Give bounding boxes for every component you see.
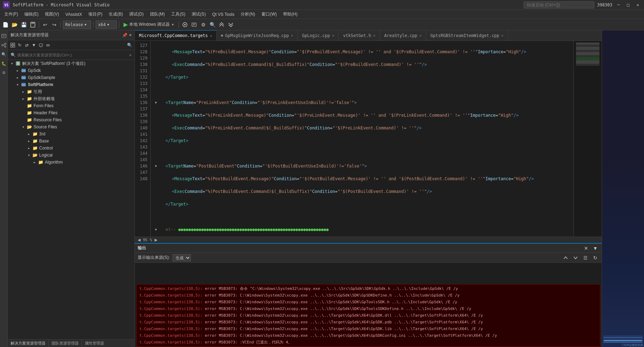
- menu-project[interactable]: 项目(P): [85, 10, 105, 18]
- search-clear[interactable]: ✕: [129, 53, 132, 57]
- quick-launch-input[interactable]: [524, 1, 594, 8]
- config-dropdown[interactable]: Release ▼: [63, 20, 91, 29]
- menu-window[interactable]: 窗口(W): [259, 10, 279, 18]
- tree-gpsdk[interactable]: ▶ C++ GpSdk: [8, 67, 134, 74]
- menu-team[interactable]: 团队(M): [147, 10, 168, 18]
- toolbar-btn6[interactable]: [227, 21, 235, 29]
- tree-algorithm[interactable]: ▶ 📁 Algorithm: [8, 159, 134, 166]
- activity-search[interactable]: 🔍: [0, 50, 7, 59]
- sidebar-close[interactable]: ✕: [129, 32, 132, 38]
- tab-gplogic[interactable]: GpLogic.cpp ✕: [298, 30, 339, 41]
- project-icon-sample: C++: [20, 75, 27, 80]
- output-empty-3: [135, 278, 602, 284]
- output-source-select[interactable]: 生成 调试 输出: [173, 254, 191, 261]
- maximize-btn[interactable]: □: [625, 2, 632, 7]
- folder-icon-res: 📁: [26, 117, 32, 122]
- tab-vtksetget[interactable]: vtkSetGet.h ✕: [339, 30, 380, 41]
- activity-git[interactable]: [0, 41, 7, 49]
- tree-base[interactable]: ▶ 📁 Base: [8, 138, 134, 145]
- code-editor[interactable]: 127 128 129 130 131 132 133 134 135 136 …: [135, 41, 573, 237]
- collapse-all[interactable]: [10, 42, 16, 48]
- tab-gptsrgb[interactable]: GptsRGBStreamItemWidget.cpp ✕: [426, 30, 508, 41]
- run-button[interactable]: ▶ 本地 Windows 调试器 ▼: [121, 20, 176, 29]
- filter-btn[interactable]: ▼: [31, 42, 37, 48]
- activity-explorer[interactable]: [0, 32, 7, 40]
- tab-team-explorer[interactable]: 团队资源管理器: [49, 340, 82, 347]
- code-content[interactable]: <Message Text="%(PreBuildEvent.Message)"…: [151, 41, 573, 237]
- pin-icon[interactable]: 📌: [122, 32, 128, 38]
- activity-extensions[interactable]: ⚙: [0, 68, 7, 77]
- platform-dropdown[interactable]: x64 ▼: [96, 20, 117, 29]
- activity-debug[interactable]: 🐛: [0, 59, 7, 68]
- tree-refs[interactable]: ▶ 📁 引用: [8, 88, 134, 95]
- toolbar-btn4[interactable]: 🔍: [209, 21, 216, 29]
- menu-file[interactable]: 文件(F): [1, 10, 21, 18]
- tab-targets[interactable]: Microsoft.CppCommon.targets ✕: [135, 30, 217, 41]
- titlebar-right: 398303 ─ □ ✕: [524, 1, 641, 8]
- tree-sourcefiles[interactable]: ▼ 📂 Source Files: [8, 123, 134, 130]
- tree-gpsdksample[interactable]: ▶ C++ GpSdkSample: [8, 74, 134, 81]
- tab-close-gptsrgb[interactable]: ✕: [501, 34, 504, 37]
- tree-resfiles[interactable]: ▶ 📁 Resource Files: [8, 116, 134, 123]
- settings-icon[interactable]: [45, 42, 51, 48]
- tab-close-gplogic[interactable]: ✕: [332, 34, 334, 37]
- menu-analyze[interactable]: 分析(N): [238, 10, 258, 18]
- tab-close-vtk[interactable]: ✕: [373, 34, 375, 37]
- output-btn-list[interactable]: [582, 254, 589, 261]
- tab-label-gplogic: GpLogic.cpp: [302, 33, 330, 38]
- sidebar-search-input[interactable]: [17, 53, 129, 57]
- search-sidebar[interactable]: 🔍: [127, 42, 132, 48]
- menu-build[interactable]: 生成(B): [106, 10, 126, 18]
- close-btn[interactable]: ✕: [634, 2, 641, 7]
- toolbar-open[interactable]: 📂: [11, 21, 18, 29]
- menu-debug[interactable]: 调试(D): [126, 10, 146, 18]
- pending-changes[interactable]: !: [38, 42, 44, 48]
- tab-close-icon-targets[interactable]: ✕: [210, 34, 212, 38]
- refresh-btn[interactable]: ↻: [17, 42, 23, 48]
- toolbar-redo[interactable]: ↪: [50, 21, 58, 29]
- tab-gpmsggige[interactable]: GpMsgGigeWriteJsonReq.cpp ✕: [217, 30, 298, 41]
- output-btn-refresh[interactable]: ↻: [592, 254, 599, 261]
- sync-btn[interactable]: ⇄: [24, 42, 30, 48]
- toolbar-btn5[interactable]: [218, 21, 225, 29]
- tree-headerfiles[interactable]: ▶ 📁 Header Files: [8, 109, 134, 116]
- tree-extdeps[interactable]: ▶ 📁 外部依赖项: [8, 95, 134, 102]
- zoom-decrease[interactable]: ◀: [138, 238, 140, 242]
- menu-tools[interactable]: 工具(S): [168, 10, 188, 18]
- menu-edit[interactable]: 编辑(E): [22, 10, 41, 18]
- folder-icon-src: 📂: [26, 124, 32, 129]
- tab-close-icon-gpmsg[interactable]: ✕: [291, 34, 293, 37]
- tree-control[interactable]: ▶ 📁 Control: [8, 145, 134, 152]
- output-close[interactable]: ✕: [583, 245, 590, 252]
- svg-point-5: [184, 24, 186, 25]
- menu-help[interactable]: 帮助(H): [280, 10, 300, 18]
- toolbar-save[interactable]: 💾: [20, 21, 28, 29]
- menu-qtvs[interactable]: Qt VS Tools: [209, 11, 237, 18]
- zoom-increase[interactable]: ▶: [155, 238, 157, 242]
- svg-text:C++: C++: [22, 84, 26, 86]
- tab-areastyle[interactable]: AreaStyle.cpp ✕: [380, 30, 426, 41]
- tree-formfiles[interactable]: ▶ 📁 Form Files: [8, 102, 134, 109]
- menu-view[interactable]: 视图(V): [42, 10, 62, 18]
- menu-vassistx[interactable]: VAssistX: [62, 11, 85, 18]
- output-btn-down[interactable]: [572, 254, 579, 261]
- minimize-btn[interactable]: ─: [615, 2, 622, 7]
- tree-solution[interactable]: ▼ S 解决方案 'SoftPlatform' (3 个项目): [8, 60, 134, 67]
- toolbar-attach[interactable]: [181, 21, 189, 29]
- tree-softplatform[interactable]: ▼ C++ SoftPlatform: [8, 81, 134, 88]
- menu-test[interactable]: 测试(S): [189, 10, 209, 18]
- tree-logical[interactable]: ▼ 📂 Logical: [8, 152, 134, 159]
- toolbar-save-all[interactable]: [29, 21, 37, 29]
- tab-solution-explorer[interactable]: 解决方案资源管理器: [8, 340, 49, 347]
- toolbar-new[interactable]: 📄: [1, 21, 9, 29]
- output-dropdown[interactable]: ▼: [592, 245, 599, 252]
- toolbar-undo[interactable]: ↩: [41, 21, 49, 29]
- tree-3rd[interactable]: ▶ 📁 3rd: [8, 130, 134, 138]
- output-content[interactable]: t.CppCommon.targets(138,5): error MSB307…: [135, 263, 602, 347]
- tab-property-manager[interactable]: 属性管理器: [82, 340, 107, 347]
- output-btn-up[interactable]: [562, 254, 569, 261]
- toolbar-btn2[interactable]: [190, 21, 198, 29]
- toolbar-btn3[interactable]: ⚙: [199, 21, 207, 29]
- tab-close-area[interactable]: ✕: [420, 34, 422, 37]
- minimap[interactable]: [573, 41, 602, 237]
